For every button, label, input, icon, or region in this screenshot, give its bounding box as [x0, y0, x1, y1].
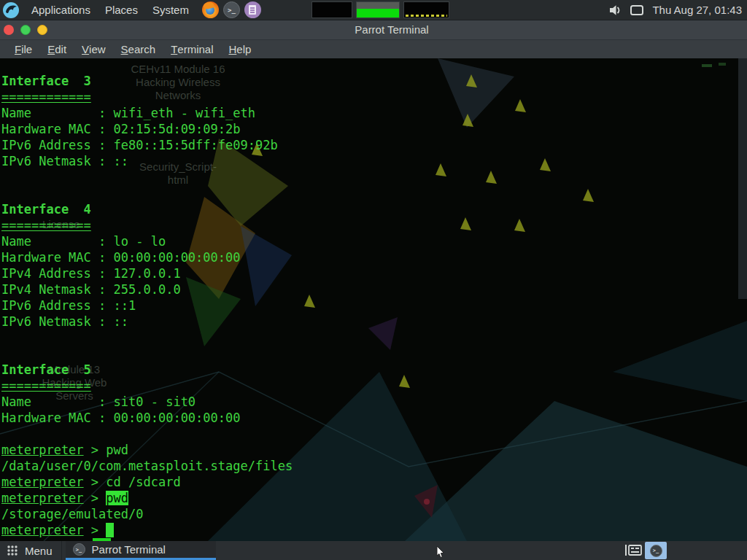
terminal-line: ============: [1, 217, 293, 233]
firefox-icon[interactable]: [202, 1, 219, 18]
terminal-text: IPv6 Netmask : ::: [1, 154, 128, 168]
volume-icon[interactable]: [608, 4, 622, 17]
menu-button-label: Menu: [25, 545, 53, 557]
window-title: Parrot Terminal: [355, 23, 428, 36]
memory-monitor-widget[interactable]: [356, 1, 400, 18]
terminal-line: meterpreter > pwd: [1, 442, 293, 458]
terminal-text: meterpreter: [1, 523, 84, 537]
terminal-text: /storage/emulated/0: [1, 507, 143, 521]
terminal-line: meterpreter > pwd: [1, 490, 293, 506]
memory-fill-bar: [357, 9, 399, 18]
top-panel: ApplicationsPlacesSystem >_ Thu Aug 27, …: [0, 0, 747, 20]
network-activity-dashes: [406, 15, 447, 17]
terminal-text: >: [84, 523, 107, 537]
display-icon[interactable]: [630, 4, 644, 17]
terminal-line: Name : sit0 - sit0: [1, 394, 293, 410]
panel-menu-system[interactable]: System: [145, 0, 196, 20]
panel-clock[interactable]: Thu Aug 27, 01:43: [652, 4, 742, 16]
terminal-text: IPv4 Netmask : 255.0.0.0: [1, 282, 181, 297]
window-menubar: FileEditViewSearchTerminalHelp: [0, 40, 747, 58]
menu-button[interactable]: Menu: [0, 541, 62, 560]
terminal-line: IPv4 Address : 127.0.0.1: [1, 265, 293, 281]
terminal-icon: >_: [73, 543, 85, 556]
close-button[interactable]: [4, 25, 14, 35]
cpu-monitor-widget[interactable]: [311, 1, 352, 18]
terminal-line: IPv4 Netmask : 255.0.0.0: [1, 281, 293, 298]
terminal-line: [1, 330, 293, 346]
terminal-line: Name : lo - lo: [1, 233, 293, 249]
terminal-text: > pwd: [84, 443, 128, 457]
maximize-button[interactable]: [20, 25, 31, 35]
panel-menus: ApplicationsPlacesSystem: [24, 0, 196, 20]
panel-menu-places[interactable]: Places: [98, 0, 145, 20]
window-menu-file[interactable]: File: [7, 40, 40, 58]
terminal-line: Interface 4: [1, 201, 293, 217]
terminal-text: Interface 5: [1, 362, 91, 377]
terminal-text: IPv6 Address : ::1: [1, 298, 136, 313]
terminal-line: /storage/emulated/0: [1, 506, 293, 522]
terminal-line: [1, 185, 293, 201]
terminal-text: meterpreter: [1, 491, 84, 505]
window-menu-edit[interactable]: Edit: [40, 40, 74, 58]
terminal-line: Hardware MAC : 02:15:5d:09:09:2b: [1, 121, 293, 137]
terminal-icon[interactable]: >_: [223, 1, 240, 18]
terminal-text: Interface 4: [1, 202, 91, 217]
terminal-line: meterpreter > cd /sdcard: [1, 474, 293, 490]
panel-status-area: Thu Aug 27, 01:43: [608, 4, 747, 17]
document-glyph: [249, 5, 256, 15]
terminal-line: [1, 426, 293, 442]
terminal-line: /data/user/0/com.metasploit.stage/files: [1, 458, 293, 474]
terminal-window: Parrot Terminal FileEditViewSearchTermin…: [0, 20, 747, 541]
window-titlebar[interactable]: Parrot Terminal: [0, 20, 747, 40]
terminal-text: Name : sit0 - sit0: [1, 394, 196, 409]
parrot-logo-icon[interactable]: [2, 1, 20, 19]
text-editor-icon[interactable]: [244, 1, 261, 18]
terminal-line: ============: [1, 378, 293, 394]
grid-menu-icon: [7, 545, 18, 556]
mouse-cursor: [436, 545, 445, 559]
terminal-line: ============: [1, 89, 293, 105]
terminal-line: IPv6 Address : fe80::15:5dff:fe09:92b: [1, 137, 293, 153]
window-menu-help[interactable]: Help: [221, 40, 259, 58]
terminal-cursor: [106, 523, 113, 537]
terminal-text: ============: [1, 218, 91, 233]
desktop: ApplicationsPlacesSystem >_ Thu Aug 27, …: [0, 0, 747, 560]
task-label: Parrot Terminal: [92, 543, 166, 556]
minimize-button[interactable]: [37, 25, 47, 35]
terminal-line: [1, 346, 293, 362]
window-menu-terminal[interactable]: Terminal: [163, 40, 221, 58]
panel-menu-applications[interactable]: Applications: [24, 0, 98, 20]
terminal-text: meterpreter: [1, 443, 84, 457]
terminal-text: Name : wifi_eth - wifi_eth: [1, 106, 255, 120]
terminal-line: Name : wifi_eth - wifi_eth: [1, 105, 293, 121]
keyboard-indicator-icon[interactable]: [624, 543, 642, 557]
terminal-text: >: [84, 491, 107, 505]
terminal-text: Hardware MAC : 00:00:00:00:00:00: [1, 250, 241, 265]
window-controls: [4, 25, 47, 35]
network-monitor-widget[interactable]: [403, 1, 449, 18]
terminal-text: > cd /sdcard: [84, 475, 181, 489]
terminal-line: IPv6 Netmask : ::: [1, 314, 293, 330]
terminal-text: Hardware MAC : 00:00:00:00:00:00: [1, 411, 241, 425]
selected-text: pwd: [106, 491, 128, 505]
terminal-line: Hardware MAC : 00:00:00:00:00:00: [1, 410, 293, 426]
terminal-content[interactable]: CEHv11 Module 16Hacking WirelessNetworks…: [0, 58, 747, 541]
window-menu-view[interactable]: View: [74, 40, 114, 58]
terminal-line: meterpreter >: [1, 522, 293, 538]
terminal-text: /data/user/0/com.metasploit.stage/files: [1, 459, 293, 473]
terminal-icon: >_: [650, 545, 662, 557]
taskbar: Menu >_ Parrot Terminal >_: [0, 541, 747, 560]
terminal-text: Name : lo - lo: [1, 234, 166, 249]
panel-launchers: >_: [202, 1, 261, 18]
terminal-text: Interface 3: [1, 74, 91, 88]
window-menu-search[interactable]: Search: [114, 40, 164, 58]
terminal-line: IPv6 Address : ::1: [1, 298, 293, 314]
tray-terminal-button[interactable]: >_: [645, 542, 667, 559]
terminal-text: ============: [1, 90, 91, 104]
terminal-line: Interface 3: [1, 73, 293, 89]
terminal-line: [1, 169, 293, 185]
terminal-text: Hardware MAC : 02:15:5d:09:09:2b: [1, 122, 241, 136]
taskbar-task-parrot-terminal[interactable]: >_ Parrot Terminal: [66, 541, 216, 560]
terminal-text: meterpreter: [1, 475, 84, 489]
terminal-output[interactable]: Interface 3============Name : wifi_eth -…: [1, 73, 293, 538]
